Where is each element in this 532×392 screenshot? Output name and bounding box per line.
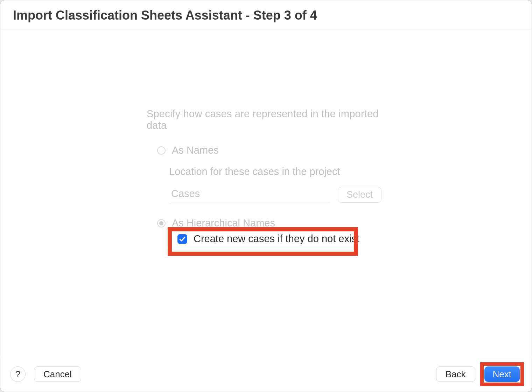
select-button[interactable]: Select [338,187,382,203]
form-block: Specify how cases are represented in the… [147,108,399,239]
location-label: Location for these cases in the project [169,166,399,177]
window-title: Import Classification Sheets Assistant -… [0,0,532,29]
help-button[interactable]: ? [10,366,26,382]
back-button[interactable]: Back [436,366,475,382]
location-row: Select [169,186,399,203]
location-input[interactable] [169,186,330,203]
radio-as-hierarchical-label: As Hierarchical Names [172,217,275,229]
radio-as-names-label: As Names [172,145,219,156]
cancel-button[interactable]: Cancel [34,366,81,382]
radio-icon [157,146,166,155]
content-area: Specify how cases are represented in the… [0,29,532,358]
footer: ? Cancel Back Next [0,358,532,392]
radio-as-names[interactable]: As Names [157,145,399,156]
instruction-text: Specify how cases are represented in the… [147,108,399,131]
create-new-cases-label: Create new cases if they do not exist [194,233,359,245]
radio-icon [157,219,166,227]
assistant-window: Import Classification Sheets Assistant -… [0,0,532,392]
checkbox-checked-icon [177,234,187,244]
footer-right: Back Next [436,364,522,384]
next-button-wrap: Next [482,364,522,384]
radio-as-hierarchical[interactable]: As Hierarchical Names [157,217,399,229]
next-button[interactable]: Next [484,366,520,382]
create-new-cases-checkbox-row[interactable]: Create new cases if they do not exist [177,233,359,245]
